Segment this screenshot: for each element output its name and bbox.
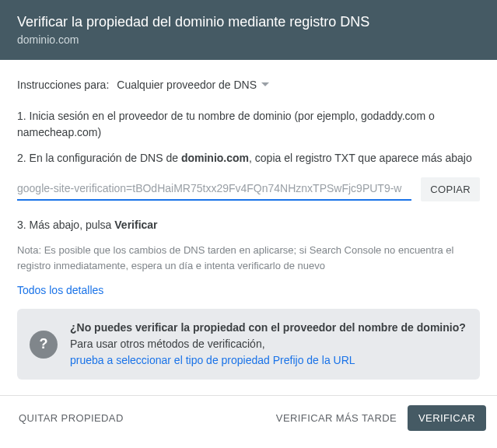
dialog-domain: dominio.com <box>17 33 480 46</box>
verify-later-button[interactable]: VERIFICAR MÁS TARDE <box>268 406 404 430</box>
txt-record-input[interactable] <box>17 179 411 201</box>
footer-left: QUITAR PROPIEDAD <box>11 406 268 430</box>
step-3: 3. Más abajo, pulsa Verificar <box>17 217 480 233</box>
steps-list: 1. Inicia sesión en el proveedor de tu n… <box>17 108 480 166</box>
question-icon: ? <box>30 331 58 359</box>
note-text: Nota: Es posible que los cambios de DNS … <box>17 243 480 273</box>
step-2: 2. En la configuración de DNS de dominio… <box>17 150 480 166</box>
dialog-title: Verificar la propiedad del dominio media… <box>17 14 480 30</box>
step-1: 1. Inicia sesión en el proveedor de tu n… <box>17 108 480 141</box>
txt-record-row: COPIAR <box>17 177 480 201</box>
info-sub: Para usar otros métodos de verificación, <box>70 336 466 352</box>
info-text: ¿No puedes verificar la propiedad con el… <box>70 320 466 369</box>
step-2-domain: dominio.com <box>181 152 249 164</box>
info-link[interactable]: prueba a seleccionar el tipo de propieda… <box>70 352 466 369</box>
copy-button[interactable]: COPIAR <box>421 177 480 201</box>
remove-property-button[interactable]: QUITAR PROPIEDAD <box>11 406 131 430</box>
chevron-down-icon <box>261 82 269 87</box>
dialog-body: Instrucciones para: Cualquier proveedor … <box>0 60 497 395</box>
dialog-header: Verificar la propiedad del dominio media… <box>0 0 497 60</box>
dialog-footer: QUITAR PROPIEDAD VERIFICAR MÁS TARDE VER… <box>0 396 497 440</box>
step-3-bold: Verificar <box>114 219 157 231</box>
step-3-pre: 3. Más abajo, pulsa <box>17 219 114 231</box>
dns-provider-value: Cualquier proveedor de DNS <box>117 79 257 91</box>
instructions-label: Instrucciones para: <box>17 79 109 91</box>
info-box: ? ¿No puedes verificar la propiedad con … <box>17 309 480 380</box>
details-link[interactable]: Todos los detalles <box>17 284 103 296</box>
step-2-post: , copia el registro TXT que aparece más … <box>249 152 472 164</box>
info-title: ¿No puedes verificar la propiedad con el… <box>70 320 466 336</box>
dns-provider-dropdown[interactable]: Cualquier proveedor de DNS <box>117 79 269 91</box>
instructions-row: Instrucciones para: Cualquier proveedor … <box>17 79 480 91</box>
verify-button[interactable]: VERIFICAR <box>408 405 486 431</box>
step-2-pre: 2. En la configuración de DNS de <box>17 152 181 164</box>
